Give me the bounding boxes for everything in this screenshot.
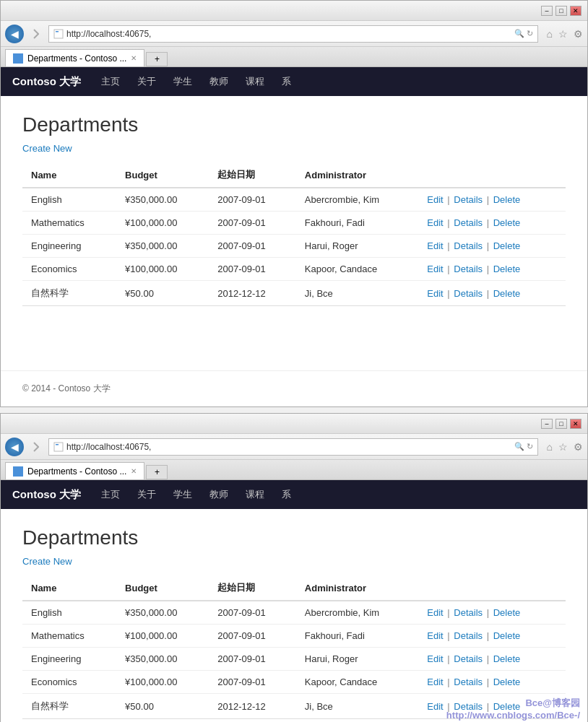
refresh-icon-2[interactable]: ↻ (527, 442, 533, 451)
edit-link[interactable]: Edit (427, 701, 443, 712)
delete-link[interactable]: Delete (493, 288, 521, 299)
cell-name: 自然科学 (22, 694, 116, 719)
nav-dept-2[interactable]: 系 (279, 488, 294, 501)
back-button-2[interactable]: ◀ (5, 438, 24, 456)
home-icon-1[interactable]: ⌂ (547, 28, 553, 40)
address-bar-2[interactable]: http://localhost:40675, 🔍 ↻ (48, 438, 538, 456)
details-link[interactable]: Details (454, 630, 483, 641)
tab-close-icon-1[interactable]: ✕ (131, 54, 137, 62)
refresh-icon-1[interactable]: ↻ (527, 29, 533, 38)
details-link[interactable]: Details (454, 701, 483, 712)
active-tab-2[interactable]: Departments - Contoso ... ✕ (5, 462, 144, 479)
minimize-button-1[interactable]: – (541, 6, 553, 16)
sep1: | (445, 240, 453, 251)
nav-home-2[interactable]: 主页 (98, 488, 123, 501)
table-row: Mathematics¥100,000.002007-09-01Fakhouri… (22, 212, 566, 235)
nav-about-1[interactable]: 关于 (134, 75, 159, 88)
nav-home-1[interactable]: 主页 (98, 75, 123, 88)
cell-admin: Fakhouri, Fadi (296, 212, 419, 235)
favorites-icon-2[interactable]: ☆ (558, 441, 568, 453)
delete-link[interactable]: Delete (493, 677, 521, 687)
cell-actions: Edit | Details | Delete (418, 648, 566, 671)
address-bar-1[interactable]: http://localhost:40675, 🔍 ↻ (48, 25, 538, 43)
nav-students-2[interactable]: 学生 (170, 488, 195, 501)
create-new-link-2[interactable]: Create New (22, 556, 72, 567)
col-budget-2: Budget (116, 575, 209, 601)
cell-name: Economics (22, 258, 116, 281)
edit-link[interactable]: Edit (427, 677, 443, 687)
details-link[interactable]: Details (454, 607, 483, 618)
cell-admin: Kapoor, Candace (296, 258, 419, 281)
cell-budget: ¥50.00 (116, 694, 209, 719)
delete-link[interactable]: Delete (493, 653, 521, 664)
nav-courses-1[interactable]: 课程 (243, 75, 267, 88)
edit-link[interactable]: Edit (427, 264, 443, 274)
sep2: | (484, 240, 492, 251)
edit-link[interactable]: Edit (427, 194, 443, 205)
cell-admin: Harui, Roger (296, 648, 419, 671)
minimize-button-2[interactable]: – (541, 419, 553, 429)
delete-link[interactable]: Delete (493, 630, 521, 641)
edit-link[interactable]: Edit (427, 630, 443, 641)
new-tab-button-2[interactable]: + (146, 465, 168, 479)
details-link[interactable]: Details (454, 240, 483, 251)
edit-link[interactable]: Edit (427, 217, 443, 228)
close-button-1[interactable]: ✕ (570, 6, 581, 16)
settings-icon-2[interactable]: ⚙ (574, 441, 583, 453)
nav-students-1[interactable]: 学生 (170, 75, 195, 88)
cell-admin: Kapoor, Candace (296, 671, 419, 694)
delete-link[interactable]: Delete (493, 194, 521, 205)
delete-link[interactable]: Delete (493, 240, 521, 251)
brand-1: Contoso 大学 (12, 75, 81, 89)
nav-about-2[interactable]: 关于 (134, 488, 159, 501)
active-tab-1[interactable]: Departments - Contoso ... ✕ (5, 49, 144, 66)
edit-link[interactable]: Edit (427, 288, 443, 299)
cell-actions: Edit | Details | Delete (418, 258, 566, 281)
maximize-button-1[interactable]: □ (555, 6, 567, 16)
details-link[interactable]: Details (454, 288, 483, 299)
nav-courses-2[interactable]: 课程 (243, 488, 267, 501)
cell-admin: Abercrombie, Kim (296, 601, 419, 625)
delete-link[interactable]: Delete (493, 607, 521, 618)
new-tab-button-1[interactable]: + (146, 52, 168, 66)
edit-link[interactable]: Edit (427, 653, 443, 664)
footer-1: © 2014 - Contoso 大学 (1, 370, 587, 406)
details-link[interactable]: Details (454, 264, 483, 274)
page-title-2: Departments (22, 526, 566, 549)
create-new-link-1[interactable]: Create New (22, 143, 72, 154)
address-text-1: http://localhost:40675, (66, 29, 511, 39)
details-link[interactable]: Details (454, 217, 483, 228)
forward-button-1[interactable] (27, 25, 46, 43)
cell-startdate: 2007-09-01 (209, 212, 296, 235)
favorites-icon-1[interactable]: ☆ (558, 28, 568, 40)
cell-budget: ¥100,000.00 (116, 625, 209, 648)
cell-budget: ¥100,000.00 (116, 258, 209, 281)
search-icon-2[interactable]: 🔍 (514, 442, 524, 451)
delete-link[interactable]: Delete (493, 264, 521, 274)
nav-teachers-2[interactable]: 教师 (207, 488, 231, 501)
cell-actions: Edit | Details | Delete (418, 281, 566, 306)
col-name-2: Name (22, 575, 116, 601)
details-link[interactable]: Details (454, 194, 483, 205)
maximize-button-2[interactable]: □ (555, 419, 567, 429)
back-button-1[interactable]: ◀ (5, 25, 24, 43)
settings-icon-1[interactable]: ⚙ (574, 28, 583, 40)
svg-rect-3 (56, 444, 59, 445)
nav-dept-1[interactable]: 系 (279, 75, 294, 88)
tab-close-icon-2[interactable]: ✕ (131, 467, 137, 475)
close-button-2[interactable]: ✕ (570, 419, 581, 429)
delete-link[interactable]: Delete (493, 701, 521, 712)
cell-actions: Edit | Details | Delete (418, 212, 566, 235)
edit-link[interactable]: Edit (427, 607, 443, 618)
sep2: | (484, 264, 492, 274)
home-icon-2[interactable]: ⌂ (547, 441, 553, 453)
delete-link[interactable]: Delete (493, 217, 521, 228)
details-link[interactable]: Details (454, 677, 483, 687)
nav-teachers-1[interactable]: 教师 (207, 75, 231, 88)
search-icon-1[interactable]: 🔍 (514, 29, 524, 38)
cell-name: 自然科学 (22, 281, 116, 306)
details-link[interactable]: Details (454, 653, 483, 664)
forward-button-2[interactable] (27, 438, 46, 456)
edit-link[interactable]: Edit (427, 240, 443, 251)
table-header-row-2: Name Budget 起始日期 Administrator (22, 575, 566, 601)
